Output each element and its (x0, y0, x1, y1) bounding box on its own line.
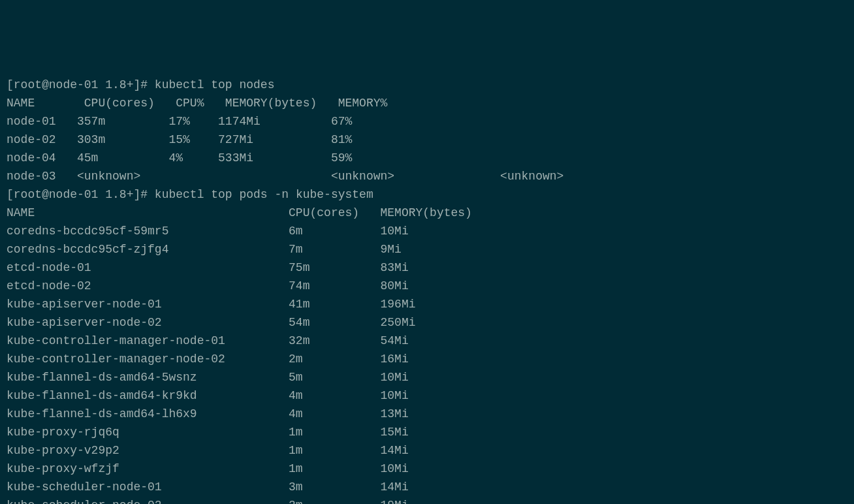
pod-row: kube-scheduler-node-02 2m 19Mi (7, 496, 847, 504)
pod-row: kube-proxy-v29p2 1m 14Mi (7, 441, 847, 460)
nodes-header: NAME CPU(cores) CPU% MEMORY(bytes) MEMOR… (7, 94, 847, 112)
pod-row: kube-controller-manager-node-01 32m 54Mi (7, 332, 847, 350)
pod-row: kube-scheduler-node-01 3m 14Mi (7, 478, 847, 496)
pod-row: etcd-node-02 74m 80Mi (7, 277, 847, 295)
node-row: node-02 303m 15% 727Mi 81% (7, 131, 847, 149)
pods-header: NAME CPU(cores) MEMORY(bytes) (7, 204, 847, 222)
pod-row: kube-flannel-ds-amd64-5wsnz 5m 10Mi (7, 368, 847, 386)
command-1: kubectl top nodes (155, 78, 275, 91)
pod-row: coredns-bccdc95cf-zjfg4 7m 9Mi (7, 240, 847, 259)
pod-row: kube-apiserver-node-01 41m 196Mi (7, 295, 847, 313)
pod-row: etcd-node-01 75m 83Mi (7, 259, 847, 277)
command-line-1: [root@node-01 1.8+]# kubectl top nodes (7, 76, 847, 94)
terminal-output[interactable]: [root@node-01 1.8+]# kubectl top nodesNA… (7, 76, 847, 504)
node-row: node-01 357m 17% 1174Mi 67% (7, 112, 847, 131)
command-2: kubectl top pods -n kube-system (155, 188, 373, 201)
node-row: node-04 45m 4% 533Mi 59% (7, 149, 847, 167)
pod-row: kube-flannel-ds-amd64-kr9kd 4m 10Mi (7, 386, 847, 405)
node-row: node-03 <unknown> <unknown> <unknown> (7, 167, 847, 185)
command-line-2: [root@node-01 1.8+]# kubectl top pods -n… (7, 185, 847, 204)
pod-row: kube-proxy-wfzjf 1m 10Mi (7, 460, 847, 478)
prompt-2: [root@node-01 1.8+]# (7, 188, 155, 201)
pod-row: kube-flannel-ds-amd64-lh6x9 4m 13Mi (7, 405, 847, 423)
pod-row: kube-proxy-rjq6q 1m 15Mi (7, 423, 847, 441)
pod-row: coredns-bccdc95cf-59mr5 6m 10Mi (7, 222, 847, 240)
pod-row: kube-controller-manager-node-02 2m 16Mi (7, 350, 847, 368)
prompt-1: [root@node-01 1.8+]# (7, 78, 155, 91)
pod-row: kube-apiserver-node-02 54m 250Mi (7, 313, 847, 332)
